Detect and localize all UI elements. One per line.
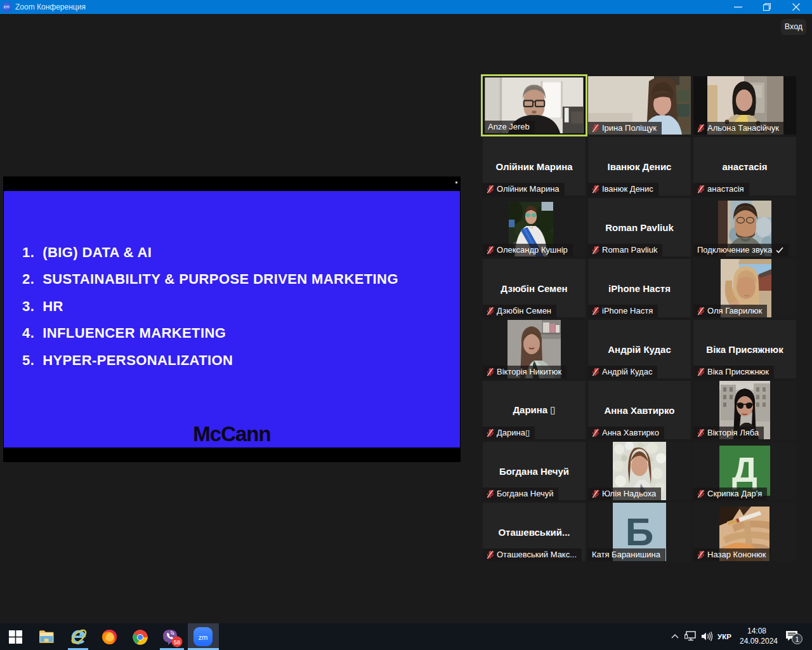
svg-text:58: 58 — [174, 639, 181, 646]
svg-text:zm: zm — [199, 633, 208, 641]
svg-text:zm: zm — [4, 4, 10, 9]
